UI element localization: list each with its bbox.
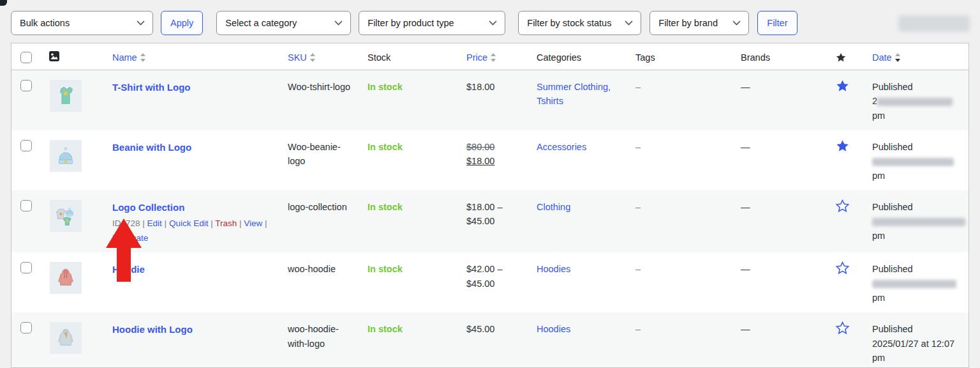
sort-arrows-icon-desc: [895, 52, 901, 63]
row-checkbox[interactable]: [20, 80, 32, 91]
header-price[interactable]: Price: [457, 43, 528, 70]
products-filter-toolbar: Bulk actions Apply Select a category Fil…: [11, 11, 970, 35]
category-links[interactable]: Hoodies: [537, 264, 570, 274]
beanie-thumbnail[interactable]: [50, 140, 82, 172]
redacted-date: [872, 158, 954, 166]
product-sku: Woo-tshirt-logo: [279, 70, 359, 130]
bulk-actions-select[interactable]: Bulk actions: [11, 11, 153, 35]
product-name-link[interactable]: T-Shirt with Logo: [112, 82, 190, 93]
brands-empty-dash: —: [741, 142, 750, 152]
header-image-cell: [40, 43, 103, 70]
row-checkbox[interactable]: [20, 322, 32, 334]
brand-filter-value: Filter by brand: [658, 18, 718, 28]
tags-empty-dash: –: [635, 142, 641, 152]
tags-empty-dash: –: [635, 202, 641, 212]
header-tags: Tags: [627, 43, 732, 70]
view-link[interactable]: View: [244, 218, 262, 228]
stock-status: In stock: [368, 202, 403, 212]
table-row: Hoodie woo-hoodie In stock $42.00 – $45.…: [11, 252, 969, 312]
date-suffix: pm: [872, 229, 965, 243]
stock-status-filter-select[interactable]: Filter by stock status: [518, 11, 641, 35]
category-filter-value: Select a category: [225, 18, 297, 28]
table-header-row: Name SKU Stock Price Categories Tags Bra…: [11, 43, 969, 70]
row-checkbox[interactable]: [20, 262, 32, 273]
edit-link[interactable]: Edit: [147, 218, 162, 228]
product-sku: woo-hoodie: [279, 252, 359, 312]
hoodie-with-logo-thumbnail[interactable]: [50, 322, 82, 354]
header-name[interactable]: Name: [103, 43, 279, 70]
header-date[interactable]: Date: [863, 43, 969, 70]
product-price: $18.00 – $45.00: [457, 190, 528, 252]
product-sku: woo-hoodie-with-logo: [279, 312, 359, 368]
product-price: $42.00 – $45.00: [457, 252, 528, 312]
table-row: Beanie with Logo Woo-beanie-logo In stoc…: [11, 130, 969, 190]
product-id-label: ID: 728: [112, 218, 140, 228]
image-column-icon: [48, 50, 60, 64]
filter-button[interactable]: Filter: [757, 11, 797, 35]
chevron-down-icon: [732, 20, 741, 26]
date-cell: Published pm: [863, 252, 969, 312]
stock-status: In stock: [368, 324, 403, 334]
chevron-down-icon: [334, 20, 343, 26]
category-filter-select[interactable]: Select a category: [216, 11, 351, 35]
date-suffix: pm: [872, 109, 963, 123]
date-suffix: pm: [872, 351, 963, 365]
date-suffix: pm: [872, 291, 963, 305]
brands-empty-dash: —: [741, 324, 750, 334]
date-cell: Published pm: [863, 190, 969, 252]
header-brands: Brands: [732, 43, 826, 70]
product-name-link[interactable]: Beanie with Logo: [112, 142, 191, 153]
featured-star-outline-icon[interactable]: [835, 321, 850, 335]
product-name-link[interactable]: Logo Collection: [112, 202, 184, 213]
date-cell: Published pm: [863, 130, 969, 190]
row-actions: ID: 728 | Edit | Quick Edit | Trash | Vi…: [112, 217, 273, 246]
publish-date: 2025/01/27 at 12:07: [872, 337, 963, 351]
hoodie-thumbnail[interactable]: [50, 262, 82, 294]
stock-status: In stock: [368, 82, 403, 92]
category-links[interactable]: Summer Clothing, Tshirts: [537, 82, 611, 106]
brand-filter-select[interactable]: Filter by brand: [650, 11, 749, 35]
date-suffix: pm: [872, 169, 963, 183]
regular-price-struck: $80.00: [466, 140, 523, 154]
trash-link[interactable]: Trash: [215, 218, 237, 228]
category-links[interactable]: Clothing: [537, 202, 570, 212]
publish-status: Published: [872, 200, 965, 214]
product-name-link[interactable]: Hoodie: [112, 264, 145, 275]
select-all-checkbox[interactable]: [20, 52, 32, 63]
quick-edit-link[interactable]: Quick Edit: [169, 218, 209, 228]
tags-empty-dash: –: [635, 82, 641, 92]
product-price: $45.00: [457, 312, 528, 368]
redacted-date: [872, 218, 965, 226]
tags-empty-dash: –: [635, 264, 641, 274]
featured-star-filled-icon[interactable]: [835, 79, 850, 93]
star-icon: [835, 52, 847, 63]
featured-star-filled-icon[interactable]: [835, 139, 850, 153]
row-checkbox[interactable]: [20, 200, 32, 211]
row-checkbox[interactable]: [20, 140, 32, 151]
category-links[interactable]: Hoodies: [537, 324, 570, 334]
publish-status: Published: [872, 140, 963, 154]
featured-star-outline-icon[interactable]: [835, 199, 850, 213]
apply-button[interactable]: Apply: [161, 11, 203, 35]
featured-star-outline-icon[interactable]: [835, 261, 850, 275]
product-name-link[interactable]: Hoodie with Logo: [112, 324, 193, 335]
t-shirt-thumbnail[interactable]: [50, 80, 82, 112]
collection-thumbnail[interactable]: [50, 200, 82, 232]
publish-status: Published: [872, 80, 963, 94]
chevron-down-icon: [137, 20, 145, 26]
table-row: T-Shirt with Logo Woo-tshirt-logo In sto…: [11, 70, 969, 130]
duplicate-link[interactable]: Duplicate: [112, 233, 148, 243]
product-type-filter-select[interactable]: Filter by product type: [359, 11, 505, 35]
brands-empty-dash: —: [741, 82, 750, 92]
category-links[interactable]: Accessories: [537, 142, 586, 152]
product-type-filter-value: Filter by product type: [368, 18, 454, 28]
date-visible-prefix: 2: [872, 96, 877, 106]
product-price: $18.00: [457, 70, 528, 130]
header-stock: Stock: [359, 43, 457, 70]
bulk-actions-value: Bulk actions: [20, 18, 70, 28]
header-categories: Categories: [528, 43, 627, 70]
header-sku[interactable]: SKU: [279, 43, 359, 70]
stock-status: In stock: [368, 264, 403, 274]
chevron-down-icon: [489, 20, 497, 26]
date-cell: Published 2025/01/27 at 12:07 pm: [863, 312, 969, 368]
